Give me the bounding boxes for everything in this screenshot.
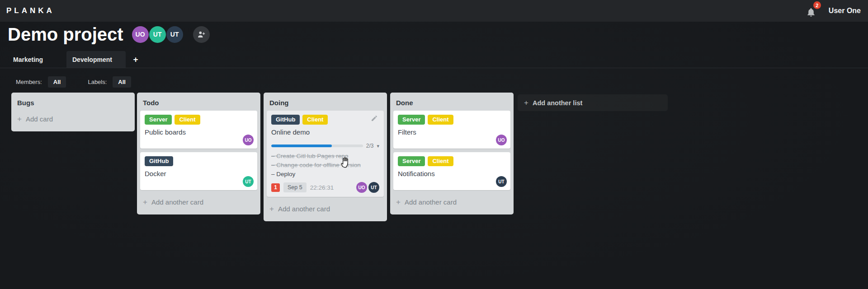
task-item: – Deploy [271,171,379,177]
card-title: Docker [145,170,253,178]
add-card-label: Add another card [278,205,330,213]
card-label: Client [302,115,328,125]
add-card-button[interactable]: +Add card [14,111,132,128]
member-avatar[interactable]: UT [368,182,379,193]
card-members: UOUT [356,182,379,193]
plus-icon: + [143,199,147,205]
card[interactable]: ServerClientPublic boardsUO [140,111,257,149]
card-label: Server [398,156,425,166]
list-doing: DoingGitHubClientOnline demo2/3▾– Create… [264,93,387,221]
card-members: UT [496,176,507,187]
task-item: – Change code for offline version [271,162,379,168]
card-members: UO [243,135,254,145]
task-list: – Create GitHub Pages repo– Change code … [271,153,379,177]
card[interactable]: GitHubDockerUT [140,152,257,190]
card-labels: GitHub [145,156,253,166]
planka-app: PLANKA 2 User One Demo project UOUTUT Ma… [0,0,868,289]
add-card-button[interactable]: +Add another card [267,200,384,218]
card-members: UT [243,176,254,187]
card-labels: ServerClient [398,115,506,125]
card[interactable]: GitHubClientOnline demo2/3▾– Create GitH… [267,111,384,197]
caret-down-icon[interactable]: ▾ [377,144,379,148]
add-card-label: Add another card [405,198,457,206]
card-labels: ServerClient [398,156,506,166]
member-avatar[interactable]: UT [496,176,507,187]
list-todo: TodoServerClientPublic boardsUOGitHubDoc… [137,93,260,214]
member-avatar[interactable]: UT [243,176,254,187]
progress-bar [271,144,363,147]
progress-row: 2/3▾ [271,143,379,149]
plus-icon: + [396,199,401,205]
plus-icon: + [269,206,274,212]
card-label: Client [175,115,200,125]
add-card-button[interactable]: +Add another card [393,194,510,211]
plus-icon: + [524,98,528,107]
board: Bugs+Add cardTodoServerClientPublic boar… [0,0,868,289]
card-title: Notifications [398,170,506,178]
progress-bar-fill [271,144,332,147]
pencil-icon [371,115,378,122]
card-labels: ServerClient [145,115,253,125]
card-label: Server [398,115,425,125]
add-card-label: Add card [26,115,53,123]
member-avatar[interactable]: UO [496,135,507,145]
plus-icon: + [17,116,22,122]
due-date-badge: Sep 5 [283,182,307,192]
card[interactable]: ServerClientFiltersUO [393,111,510,149]
card-labels: GitHubClient [271,115,379,125]
list-done: DoneServerClientFiltersUOServerClientNot… [390,93,514,214]
member-avatar[interactable]: UO [356,182,367,193]
list-bugs: Bugs+Add card [11,93,135,131]
notification-count-badge: 1 [271,183,280,192]
add-list-button[interactable]: + Add another list [518,94,668,111]
card-label: GitHub [145,156,173,166]
add-card-label: Add another card [151,198,203,206]
list-title[interactable]: Doing [267,96,384,111]
card-label: GitHub [271,115,300,125]
add-card-button[interactable]: +Add another card [140,194,257,211]
member-avatar[interactable]: UO [243,135,254,145]
card-badges: 1Sep 522:26:31UOUT [271,182,379,193]
add-list-label: Add another list [533,99,582,107]
list-title[interactable]: Bugs [14,96,132,111]
task-item: – Create GitHub Pages repo [271,153,379,159]
card[interactable]: ServerClientNotificationsUT [393,152,510,190]
card-label: Server [145,115,172,125]
list-title[interactable]: Done [393,96,510,111]
card-title: Online demo [271,128,379,136]
card-label: Client [428,156,453,166]
edit-card-button[interactable] [371,115,379,123]
timer-badge[interactable]: 22:26:31 [310,184,334,191]
card-members: UO [496,135,507,145]
list-title[interactable]: Todo [140,96,257,111]
progress-count: 2/3 [366,143,374,149]
card-title: Filters [398,128,506,136]
card-label: Client [428,115,453,125]
card-title: Public boards [145,128,253,136]
